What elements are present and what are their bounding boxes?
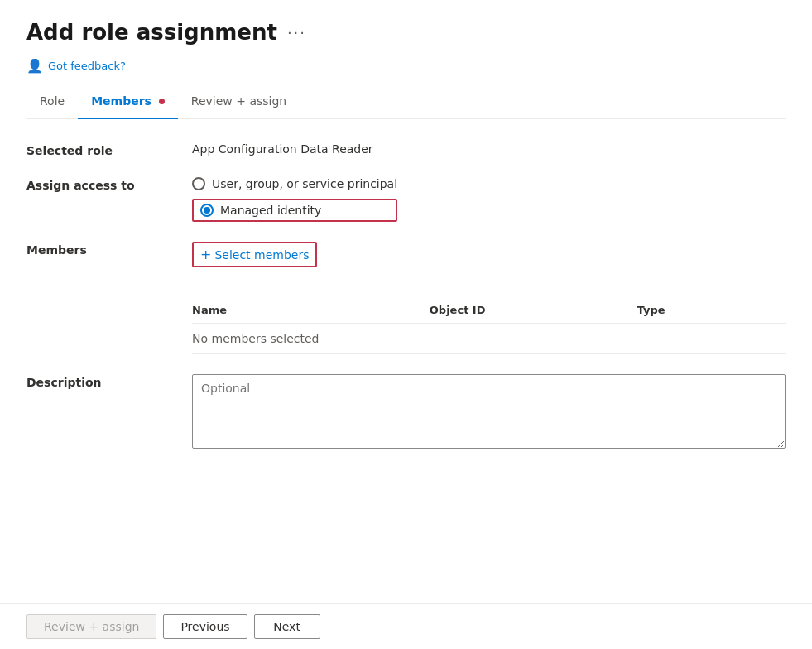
radio-user-group-input[interactable] xyxy=(192,177,205,190)
page-title: Add role assignment xyxy=(26,20,277,45)
description-textarea[interactable] xyxy=(192,374,786,449)
members-content: + Select members xyxy=(192,242,317,267)
no-members-text: No members selected xyxy=(192,324,786,354)
radio-managed-identity-label: Managed identity xyxy=(220,204,321,217)
description-row: Description xyxy=(26,374,786,451)
select-members-box: + Select members xyxy=(192,242,317,267)
radio-managed-identity[interactable]: Managed identity xyxy=(200,204,321,217)
description-field-wrapper xyxy=(192,374,786,451)
assign-access-row: Assign access to User, group, or service… xyxy=(26,177,786,222)
table-header-row: Name Object ID Type xyxy=(192,297,786,324)
plus-icon: + xyxy=(200,247,211,262)
assign-access-options: User, group, or service principal Manage… xyxy=(192,177,397,222)
tab-role-label: Role xyxy=(40,94,65,108)
radio-user-group-label: User, group, or service principal xyxy=(212,177,397,190)
selected-role-label: Selected role xyxy=(26,142,192,157)
tab-members[interactable]: Members xyxy=(78,84,178,119)
next-button[interactable]: Next xyxy=(254,614,320,639)
feedback-icon: 👤 xyxy=(26,58,43,74)
previous-button[interactable]: Previous xyxy=(163,614,247,639)
table-row-empty: No members selected xyxy=(192,324,786,354)
members-row: Members + Select members xyxy=(26,242,786,267)
tab-members-label: Members xyxy=(91,94,151,108)
members-table-wrapper: Name Object ID Type No members selected xyxy=(192,297,786,354)
radio-user-group[interactable]: User, group, or service principal xyxy=(192,177,397,190)
radio-managed-identity-inner xyxy=(204,207,210,214)
selected-role-value: App Configuration Data Reader xyxy=(192,142,786,156)
tabs-row: Role Members Review + assign xyxy=(26,84,786,119)
tab-review[interactable]: Review + assign xyxy=(178,84,300,119)
feedback-link[interactable]: 👤 Got feedback? xyxy=(26,58,786,74)
col-header-name: Name xyxy=(192,297,430,324)
form-section: Selected role App Configuration Data Rea… xyxy=(26,142,786,451)
more-options-icon[interactable]: ··· xyxy=(287,24,306,41)
select-members-button[interactable]: Select members xyxy=(214,248,309,262)
col-header-objectid: Object ID xyxy=(430,297,637,324)
feedback-label: Got feedback? xyxy=(48,60,126,72)
selected-role-row: Selected role App Configuration Data Rea… xyxy=(26,142,786,157)
tab-role[interactable]: Role xyxy=(26,84,78,119)
review-assign-button[interactable]: Review + assign xyxy=(26,614,156,639)
assign-access-label: Assign access to xyxy=(26,177,192,192)
col-header-type: Type xyxy=(637,297,786,324)
bottom-bar: Review + assign Previous Next xyxy=(0,603,812,649)
tab-review-label: Review + assign xyxy=(191,94,286,108)
members-label: Members xyxy=(26,242,192,257)
description-label: Description xyxy=(26,374,192,389)
radio-managed-identity-input[interactable] xyxy=(200,204,214,217)
members-table: Name Object ID Type No members selected xyxy=(192,297,786,354)
managed-identity-box: Managed identity xyxy=(192,199,397,222)
tab-members-dot xyxy=(159,99,165,104)
